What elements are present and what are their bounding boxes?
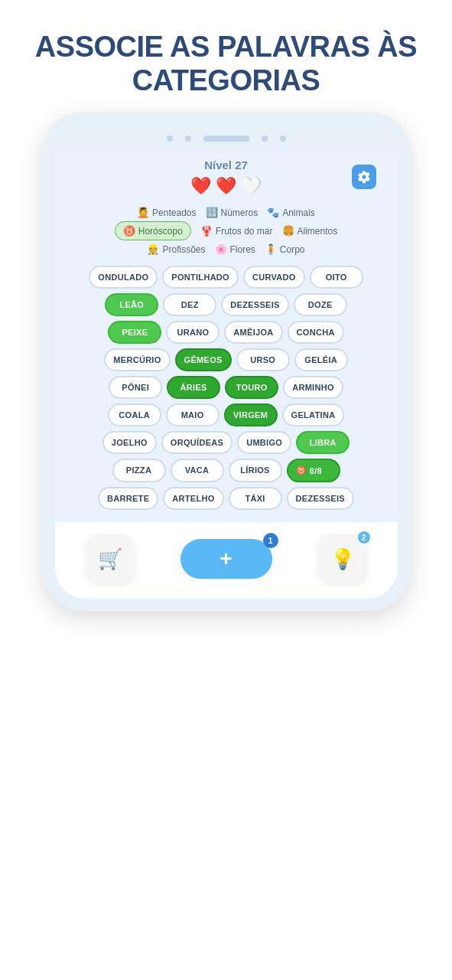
word-artelho[interactable]: ARTELHO [163,487,223,510]
cat-profissoes-icon: 👷 [147,243,159,255]
word-concha[interactable]: CONCHA [288,321,344,344]
cat-numeros[interactable]: 🔢 Números [206,207,259,218]
words-row-9: BARRETE ARTELHO TÁXI DEZESSEIS [67,487,385,510]
word-ponei[interactable]: PÔNEI [109,376,162,399]
word-vaca[interactable]: VACA [171,459,224,482]
word-dezesseis[interactable]: DEZESSEIS [221,293,288,316]
word-gemeos[interactable]: GÊMEOS [175,348,232,371]
cat-frutos-icon: 🦞 [200,225,213,237]
word-special-88[interactable]: ♉ 8/8 [287,459,340,482]
words-row-6: COALA MAIO VIRGEM GELATINA [67,403,385,426]
heart-1: ❤️ [190,176,211,196]
heart-2: ❤️ [216,176,236,196]
cat-horoscopo-icon: ♉ [123,225,135,237]
words-grid: ONDULADO PONTILHADO CURVADO OITO LEÃO DE… [67,266,385,510]
cat-alimentos[interactable]: 🍔 Alimentos [282,225,338,237]
word-ameijoa[interactable]: AMÊIJOA [224,321,282,344]
cat-animais-icon: 🐾 [267,207,279,218]
words-row-8: PIZZA VACA LÍRIOS ♉ 8/8 [67,459,385,482]
notch-dot-right2 [280,136,286,142]
word-orquideas[interactable]: ORQUÍDEAS [161,431,233,454]
cat-flores-icon: 🌸 [215,243,227,255]
notch-dot-left [167,136,173,142]
gear-icon [357,170,371,184]
notch-pill [203,136,249,142]
words-row-3: PEIXE URANO AMÊIJOA CONCHA [67,321,385,344]
word-barrete[interactable]: BARRETE [98,487,158,510]
word-aries[interactable]: ÁRIES [167,376,220,399]
word-lirios[interactable]: LÍRIOS [229,459,282,482]
word-doze[interactable]: DOZE [294,293,347,316]
notch-dot-mid [185,136,191,142]
cat-animais[interactable]: 🐾 Animais [267,207,315,218]
cat-alimentos-label: Alimentos [298,226,338,237]
cat-penteados-icon: 💆 [137,207,149,218]
word-libra[interactable]: LIBRA [296,431,350,454]
word-urso[interactable]: URSO [236,348,290,371]
bulb-badge: 2 [356,530,372,545]
cat-horoscopo[interactable]: ♉ Horóscopo [115,221,191,240]
word-peixe[interactable]: PEIXE [108,321,161,344]
word-taxi[interactable]: TÁXI [229,487,282,510]
word-arminho[interactable]: ARMINHO [283,376,343,399]
word-dez[interactable]: DEZ [163,293,216,316]
cat-frutos-label: Frutos do mar [216,226,273,237]
cat-penteados[interactable]: 💆 Penteados [137,207,196,218]
bottom-bar: 🛒 + 1 💡 2 [55,522,398,599]
words-row-7: JOELHO ORQUÍDEAS UMBIGO LIBRA [67,431,385,454]
heart-3: 🩵 [241,176,262,196]
cat-numeros-icon: 🔢 [206,207,218,218]
cat-flores-label: Flores [230,244,255,255]
add-button[interactable]: + 1 [180,539,272,579]
cat-corpo[interactable]: 🧍 Corpo [265,243,305,255]
word-maio[interactable]: MAIO [166,403,219,426]
taurus-icon: ♉ [296,466,307,475]
word-coala[interactable]: COALA [108,403,161,426]
categories-section: 💆 Penteados 🔢 Números 🐾 Animais ♉ [67,207,385,255]
word-pizza[interactable]: PIZZA [112,459,166,482]
cat-alimentos-icon: 🍔 [282,225,294,237]
word-pontilhado[interactable]: PONTILHADO [162,266,239,289]
word-curvado[interactable]: CURVADO [243,266,305,289]
settings-button[interactable] [352,165,376,189]
cat-profissoes[interactable]: 👷 Profissões [147,243,205,255]
categories-row-2: ♉ Horóscopo 🦞 Frutos do mar 🍔 Alimentos [115,221,337,240]
word-touro[interactable]: TOURO [225,376,278,399]
hearts-container: ❤️ ❤️ 🩵 [67,176,385,196]
cat-corpo-label: Corpo [280,244,305,255]
bulb-button[interactable]: 💡 2 [318,534,367,583]
categories-row-3: 👷 Profissões 🌸 Flores 🧍 Corpo [147,243,304,255]
word-virgem[interactable]: VIRGEM [224,403,278,426]
word-leao[interactable]: LEÃO [105,293,158,316]
hero-title: ASSOCIE AS PALAVRAS ÀS CATEGORIAS [0,0,452,113]
words-row-4: MERCÚRIO GÊMEOS URSO GELÉIA [67,348,385,371]
game-content: Nível 27 ❤️ ❤️ 🩵 💆 Penteados [55,152,398,522]
cat-flores[interactable]: 🌸 Flores [215,243,255,255]
words-row-1: ONDULADO PONTILHADO CURVADO OITO [67,266,385,289]
cat-profissoes-label: Profissões [162,244,205,255]
add-badge: 1 [263,533,278,548]
cart-icon: 🛒 [98,547,122,571]
word-mercurio[interactable]: MERCÚRIO [104,348,170,371]
special-count: 8/8 [310,466,322,475]
word-umbigo[interactable]: UMBIGO [237,431,291,454]
cat-horoscopo-label: Horóscopo [138,226,183,237]
phone-frame: Nível 27 ❤️ ❤️ 🩵 💆 Penteados [43,113,410,611]
cat-corpo-icon: 🧍 [265,243,277,255]
cart-button[interactable]: 🛒 [86,534,135,583]
categories-row-1: 💆 Penteados 🔢 Números 🐾 Animais [137,207,315,218]
cat-frutos[interactable]: 🦞 Frutos do mar [200,225,273,237]
word-ondulado[interactable]: ONDULADO [89,266,158,289]
word-joelho[interactable]: JOELHO [102,431,157,454]
word-oito[interactable]: OITO [310,266,363,289]
cat-penteados-label: Penteados [152,207,196,218]
words-row-5: PÔNEI ÁRIES TOURO ARMINHO [67,376,385,399]
notch-dot-right1 [262,136,268,142]
word-geleia[interactable]: GELÉIA [294,348,348,371]
word-dezesseis2[interactable]: DEZESSEIS [287,487,354,510]
word-urano[interactable]: URANO [166,321,219,344]
word-gelatina[interactable]: GELATINA [282,403,345,426]
level-label: Nível 27 [67,158,385,172]
words-row-2: LEÃO DEZ DEZESSEIS DOZE [67,293,385,316]
phone-screen: Nível 27 ❤️ ❤️ 🩵 💆 Penteados [55,125,398,599]
